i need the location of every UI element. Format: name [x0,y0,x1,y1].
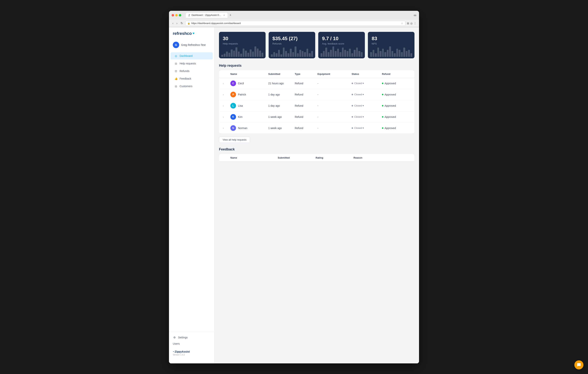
name-cell: C Cecil [230,81,268,86]
row-expand-button[interactable]: › [223,115,224,118]
expand-cell: › [223,127,230,129]
equipment-cell: - [317,82,352,85]
row-expand-button[interactable]: › [223,104,224,107]
status-dropdown[interactable]: Closed ▾ [354,127,364,129]
refund-status: Approved [385,127,396,129]
approved-dot [382,105,383,107]
row-name: Kim [238,115,242,118]
table-row[interactable]: › N Norman 1 week ago Refund - Closed ▾ … [219,123,414,134]
status-dropdown[interactable]: Closed ▾ [354,93,364,96]
status-text: Closed [354,93,362,96]
chart-bar [384,52,386,57]
sidebar-item-customers[interactable]: ◎ Customers [170,83,213,90]
status-dropdown[interactable]: Closed ▾ [354,115,364,118]
sidebar: refreshco♥ G Greg Refreshco-Test ◎ Dashb… [169,27,214,363]
submitted-cell: 1 day ago [268,104,295,107]
status-cell[interactable]: Closed ▾ [352,93,382,96]
chart-bar [299,50,301,57]
chart-bars [318,46,365,58]
menu-icon[interactable]: ⋮ [414,22,416,25]
table-row[interactable]: › L Lisa 1 day ago Refund - Closed ▾ App… [219,100,414,111]
chart-bars [269,46,315,58]
chart-bar [387,50,389,57]
status-cell[interactable]: Closed ▾ [352,115,382,118]
chart-bar [306,49,308,57]
fullscreen-button[interactable] [179,14,181,16]
view-all-button[interactable]: View all help requests [219,137,250,143]
expand-cell: › [223,82,230,85]
traffic-lights [172,14,181,16]
chart-bar [406,51,408,57]
sidebar-item-users[interactable]: Users [169,341,214,346]
chart-bar [375,53,377,57]
new-tab-button[interactable]: + [228,13,233,18]
approved-dot [382,127,383,129]
status-dropdown[interactable]: Closed ▾ [354,82,364,85]
stat-label: Refunds [273,42,311,45]
extensions-icon[interactable]: ⊞ [407,22,409,25]
type-cell: Refund [295,93,317,96]
stat-card-3: 83NPS [368,32,414,58]
refunds-icon: ⊡ [174,69,178,73]
help-requests-title: Help requests [219,64,414,68]
sidebar-item-settings[interactable]: ⚙ Settings [169,334,214,341]
equipment-cell: - [317,93,352,96]
status-dot [352,105,353,107]
dashboard-icon: ◎ [174,54,178,58]
chart-bar [332,46,334,57]
name-col-header: Name [230,73,268,75]
close-button[interactable] [172,14,174,16]
back-button[interactable]: ‹ [172,21,174,25]
status-cell[interactable]: Closed ▾ [352,104,382,107]
sidebar-item-feedback[interactable]: 👍 Feedback [170,75,213,82]
expand-cell: › [223,115,230,118]
sidebar-item-dashboard[interactable]: ◎ Dashboard [170,52,213,60]
table-row[interactable]: › K Kim 1 week ago Refund - Closed ▾ App… [219,111,414,123]
forward-button[interactable]: › [176,21,178,25]
bookmark-icon[interactable]: ☆ [401,22,403,25]
type-cell: Refund [295,115,317,118]
browser-tab[interactable]: Z Dashboard :: ZippyAssist Dash... ✕ [186,13,228,18]
profile-icon[interactable]: ◎ [410,22,413,25]
status-dropdown[interactable]: Closed ▾ [354,104,364,107]
minimize-button[interactable] [175,14,178,16]
status-cell[interactable]: Closed ▾ [352,82,382,85]
submitted-cell: 21 hours ago [268,82,295,85]
status-cell[interactable]: Closed ▾ [352,127,382,129]
chart-bar [290,49,292,57]
stat-number: 83 [372,36,411,42]
avatar: G [173,42,179,48]
status-text: Closed [354,115,362,118]
stat-label: Help requests [223,42,262,45]
chart-bars [219,46,266,58]
chart-bar [335,51,337,57]
logo-icon: ♥ [192,32,195,35]
chart-bar [283,48,285,57]
row-expand-button[interactable]: › [223,82,224,85]
refund-cell: Approved [382,115,409,118]
refund-cell: Approved [382,82,409,85]
table-row[interactable]: › P Patrick 1 day ago Refund - Closed ▾ … [219,89,414,100]
row-expand-button[interactable]: › [223,93,224,96]
stat-card-1: $35.45 (27)Refunds [269,32,315,58]
chart-bar [380,51,381,57]
sidebar-item-refunds[interactable]: ⊡ Refunds [170,67,213,75]
chart-bar [271,54,273,57]
reload-button[interactable]: ↻ [180,21,184,25]
address-bar[interactable]: 🔒 https://dashboard.zippyassist.com/dash… [185,21,405,26]
user-profile[interactable]: G Greg Refreshco-Test [169,40,214,50]
chat-fab-button[interactable] [574,360,583,369]
table-row[interactable]: › C Cecil 21 hours ago Refund - Closed ▾… [219,78,414,89]
tab-title: Dashboard :: ZippyAssist Dash... [191,14,222,16]
chart-bar [235,47,237,57]
chart-bar [349,49,351,57]
sidebar-item-help-requests[interactable]: ◎ Help requests [170,60,213,67]
chart-bar [233,51,235,57]
stat-label: Avg. feedback score [322,42,361,45]
chevron-down-icon: ▾ [363,115,364,118]
settings-label: Settings [178,336,188,339]
name-cell: P Patrick [230,92,268,97]
tab-close-icon[interactable]: ✕ [223,14,225,16]
row-expand-button[interactable]: › [223,127,224,129]
chart-bar [370,52,372,57]
